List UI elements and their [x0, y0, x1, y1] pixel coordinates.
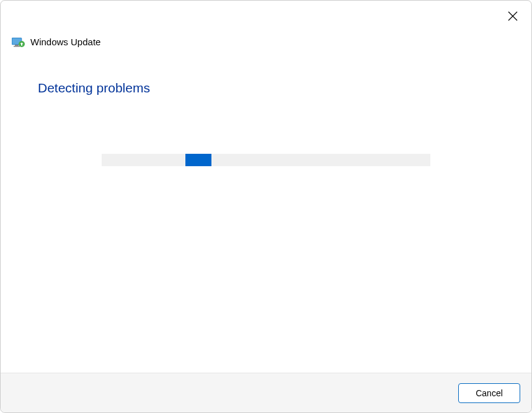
progress-bar — [102, 154, 430, 166]
cancel-button[interactable]: Cancel — [458, 383, 520, 403]
troubleshooter-dialog: Windows Update Detecting problems Cancel — [0, 0, 532, 413]
dialog-content: Detecting problems — [1, 47, 531, 373]
progress-container — [38, 154, 494, 166]
svg-rect-4 — [15, 45, 19, 46]
windows-update-icon — [12, 37, 25, 47]
dialog-title: Windows Update — [30, 37, 100, 47]
close-icon — [508, 11, 518, 23]
progress-indicator — [185, 154, 211, 166]
status-heading: Detecting problems — [38, 81, 494, 95]
dialog-header: Windows Update — [1, 1, 531, 47]
close-button[interactable] — [504, 8, 521, 25]
svg-rect-5 — [14, 46, 20, 47]
dialog-footer: Cancel — [1, 373, 531, 412]
